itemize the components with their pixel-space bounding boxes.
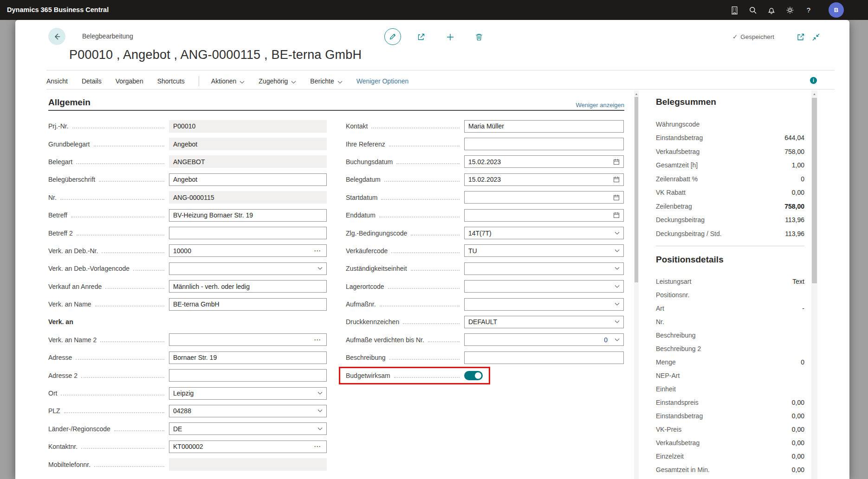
scroll-up-icon[interactable]: ▲ <box>811 92 817 96</box>
factbox-row: Art- <box>656 301 804 315</box>
calendar-icon[interactable] <box>613 194 620 201</box>
field-zust-ndigkeitseinheit[interactable] <box>464 262 624 275</box>
share-button[interactable] <box>416 32 426 42</box>
chevron-down-icon[interactable] <box>615 267 620 270</box>
show-less-link[interactable]: Weniger anzeigen <box>508 102 624 109</box>
form-row: Adresse 2 <box>48 366 327 384</box>
field-verk-an-deb-nr-[interactable]: 10000··· <box>169 244 327 257</box>
screen: Dynamics 365 Business Central ? B <box>0 0 868 479</box>
factbox-scrollbar[interactable]: ▲ <box>811 90 817 479</box>
open-in-window-button[interactable] <box>796 32 806 42</box>
back-button[interactable] <box>48 28 65 45</box>
calendar-icon[interactable] <box>613 159 620 165</box>
field-adresse[interactable]: Bornaer Str. 19 <box>169 351 327 364</box>
info-icon[interactable]: i <box>810 77 817 84</box>
field-verk-an-deb-vorlagencode[interactable] <box>169 262 327 275</box>
edit-button[interactable] <box>384 28 401 45</box>
field-beschreibung[interactable] <box>464 351 624 364</box>
form-row: Kontaktnr.KT000002··· <box>48 438 327 455</box>
ellipsis-icon[interactable]: ··· <box>314 248 321 254</box>
action-vorgaben[interactable]: Vorgaben <box>116 77 143 85</box>
chevron-down-icon[interactable] <box>317 267 323 270</box>
scrollbar-thumb[interactable] <box>812 98 817 283</box>
field-druckkennzeichen[interactable]: DEFAULT <box>464 316 624 328</box>
factbox-row: Deckungsbeitrag / Std.113,96 <box>656 227 804 241</box>
form-row: Zuständigkeitseinheit <box>346 260 624 277</box>
field-betreff[interactable]: BV-Heizung Bornaer Str. 19 <box>169 209 327 222</box>
form-row: GrundbelegartAngebot <box>48 135 327 153</box>
factbox-value: 0,00 <box>792 453 804 460</box>
factbox-value: 758,00 <box>784 203 804 210</box>
field-label: Verk. an Name <box>48 300 91 308</box>
gear-icon[interactable] <box>785 6 795 15</box>
field-verkauf-an-anrede[interactable]: Männlich - verh. oder ledig <box>169 280 327 293</box>
chevron-down-icon[interactable] <box>615 338 620 341</box>
field-buchungsdatum[interactable]: 15.02.2023 <box>464 155 624 168</box>
field-zlg-bedingungscode[interactable]: 14T(7T) <box>464 227 624 239</box>
field-adresse-2[interactable] <box>169 369 327 382</box>
bell-icon[interactable] <box>767 6 776 15</box>
field-aufma-e-verdichten-bis-nr-[interactable]: 0 <box>464 333 624 346</box>
collapse-button[interactable] <box>811 32 821 42</box>
field-kontakt[interactable]: Maria Müller <box>464 120 624 133</box>
field-belegdatum[interactable]: 15.02.2023 <box>464 173 624 186</box>
dotted-leader <box>114 430 164 431</box>
field-ort[interactable]: Leipzig <box>169 387 327 400</box>
field-lagerortcode[interactable] <box>464 280 624 293</box>
ellipsis-icon[interactable]: ··· <box>314 337 321 343</box>
chevron-down-icon[interactable] <box>317 409 323 413</box>
factbox-value: 0,00 <box>792 412 804 420</box>
chevron-down-icon[interactable] <box>615 320 620 324</box>
help-icon[interactable]: ? <box>804 6 813 15</box>
action-ansicht[interactable]: Ansicht <box>46 77 68 85</box>
field-label: Aufmaßnr. <box>346 300 376 308</box>
field-verk-an-name[interactable]: BE-terna GmbH <box>169 298 327 311</box>
main-scrollbar[interactable]: ▲ <box>634 90 639 479</box>
budget-toggle[interactable] <box>464 371 483 380</box>
chevron-down-icon[interactable] <box>615 303 620 306</box>
factbox-value: 113,96 <box>785 230 804 237</box>
factbox-label: Einstandsbetrag <box>656 134 703 141</box>
field-betreff-2[interactable] <box>169 227 327 239</box>
divider-top <box>46 70 835 70</box>
scroll-up-icon[interactable]: ▲ <box>634 92 639 96</box>
building-icon[interactable] <box>730 6 739 15</box>
factbox-value: Text <box>792 278 804 285</box>
action-aktionen[interactable]: Aktionen <box>211 77 245 85</box>
calendar-icon <box>613 176 620 183</box>
action-shortcuts[interactable]: Shortcuts <box>157 77 185 85</box>
field-kontaktnr-[interactable]: KT000002··· <box>169 441 327 453</box>
delete-button[interactable] <box>474 32 484 42</box>
field-label: Belegart <box>48 158 72 166</box>
field-verk-an-name-2[interactable]: ··· <box>169 333 327 346</box>
search-icon[interactable] <box>748 6 758 15</box>
field-enddatum[interactable] <box>464 209 624 222</box>
dotted-leader <box>371 128 460 128</box>
ellipsis-icon[interactable]: ··· <box>314 443 321 450</box>
action-weniger-optionen[interactable]: Weniger Optionen <box>356 77 409 85</box>
field-startdatum[interactable] <box>464 191 624 204</box>
avatar[interactable]: B <box>829 2 844 18</box>
chevron-down-icon <box>317 409 323 413</box>
chevron-down-icon[interactable] <box>615 231 620 235</box>
scrollbar-thumb[interactable] <box>635 97 638 282</box>
field-beleg-berschrift[interactable]: Angebot <box>169 173 327 186</box>
form-row: OrtLeipzig <box>48 384 327 402</box>
field-aufma-nr-[interactable] <box>464 298 624 311</box>
chevron-down-icon[interactable] <box>317 427 323 430</box>
action-zugeh-rig[interactable]: Zugehörig <box>259 77 296 85</box>
chevron-down-icon[interactable] <box>615 249 620 252</box>
action-details[interactable]: Details <box>82 77 102 85</box>
action-berichte[interactable]: Berichte <box>310 77 342 85</box>
field-ihre-referenz[interactable] <box>464 138 624 150</box>
calendar-icon[interactable] <box>613 176 620 183</box>
form-row: Mobiltelefonnr. <box>48 455 327 473</box>
field-l-nder-regionscode[interactable]: DE <box>169 422 327 435</box>
new-button[interactable] <box>445 32 455 42</box>
field-plz[interactable]: 04288 <box>169 405 327 417</box>
field-verk-ufercode[interactable]: TU <box>464 244 624 257</box>
calendar-icon[interactable] <box>613 212 620 218</box>
chevron-down-icon[interactable] <box>317 392 323 395</box>
chevron-down-icon[interactable] <box>615 285 620 288</box>
arrow-left-icon <box>52 32 62 41</box>
